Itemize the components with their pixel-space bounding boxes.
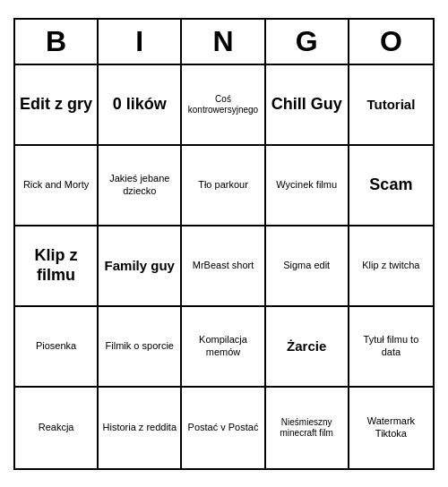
bingo-cell-11: Family guy (99, 226, 182, 307)
bingo-header: BINGO (15, 20, 433, 65)
bingo-cell-12: MrBeast short (182, 226, 265, 307)
bingo-cell-23: Nieśmieszny minecraft film (266, 388, 349, 468)
bingo-cell-17: Kompilacja memów (182, 307, 265, 388)
bingo-cell-19: Tytuł filmu to data (349, 307, 433, 388)
bingo-cell-24: Watermark Tiktoka (349, 388, 433, 468)
bingo-cell-9: Scam (349, 146, 433, 226)
header-letter-n: N (182, 20, 265, 64)
bingo-cell-2: Coś kontrowersyjnego (182, 65, 265, 146)
bingo-cell-14: Klip z twitcha (349, 226, 433, 307)
bingo-cell-5: Rick and Morty (15, 146, 99, 226)
header-letter-b: B (15, 20, 99, 64)
bingo-cell-16: Filmik o sporcie (99, 307, 182, 388)
bingo-cell-6: Jakieś jebane dziecko (99, 146, 182, 226)
bingo-cell-1: 0 lików (99, 65, 182, 146)
bingo-cell-21: Historia z reddita (99, 388, 182, 468)
bingo-cell-18: Żarcie (266, 307, 349, 388)
bingo-grid: Edit z gry0 likówCoś kontrowersyjnegoChi… (15, 65, 433, 468)
bingo-cell-13: Sigma edit (266, 226, 349, 307)
bingo-cell-15: Piosenka (15, 307, 99, 388)
bingo-cell-7: Tło parkour (182, 146, 265, 226)
bingo-cell-4: Tutorial (349, 65, 433, 146)
bingo-cell-3: Chill Guy (266, 65, 349, 146)
header-letter-o: O (349, 20, 433, 64)
bingo-cell-10: Klip z filmu (15, 226, 99, 307)
header-letter-g: G (266, 20, 349, 64)
bingo-cell-22: Postać v Postać (182, 388, 265, 468)
bingo-cell-0: Edit z gry (15, 65, 99, 146)
bingo-cell-20: Reakcja (15, 388, 99, 468)
header-letter-i: I (99, 20, 182, 64)
bingo-board: BINGO Edit z gry0 likówCoś kontrowersyjn… (13, 18, 435, 470)
bingo-cell-8: Wycinek filmu (266, 146, 349, 226)
